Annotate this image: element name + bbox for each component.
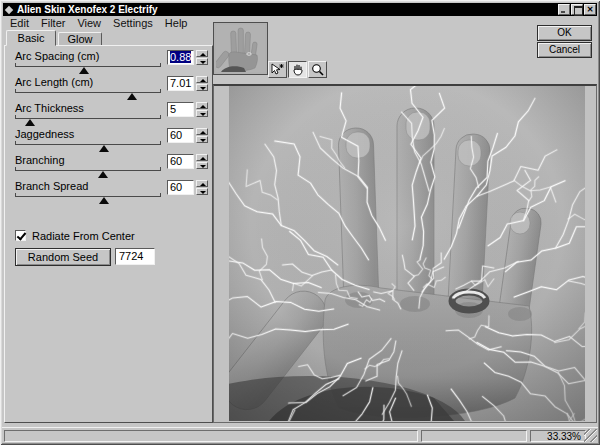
spinner-arc-length[interactable] xyxy=(196,76,208,91)
radiate-label: Radiate From Center xyxy=(32,230,135,242)
random-seed-button[interactable]: Random Seed xyxy=(15,248,111,266)
menu-bar: Edit Filter View Settings Help xyxy=(4,16,596,30)
spinner-up-icon[interactable] xyxy=(196,50,208,57)
menu-edit[interactable]: Edit xyxy=(4,17,35,29)
menu-help[interactable]: Help xyxy=(159,17,194,29)
slider-label: Arc Thickness xyxy=(15,102,84,114)
spinner-down-icon[interactable] xyxy=(196,110,208,117)
spinner-down-icon[interactable] xyxy=(196,188,208,195)
preview-canvas[interactable] xyxy=(213,84,597,423)
status-pane-left xyxy=(4,430,418,442)
slider-label: Arc Spacing (cm) xyxy=(15,50,99,62)
menu-settings[interactable]: Settings xyxy=(107,17,159,29)
spinner-down-icon[interactable] xyxy=(196,136,208,143)
spinner-branch-spread[interactable] xyxy=(196,180,208,195)
plugin-window: Alien Skin Xenofex 2 Electrify Edit Filt… xyxy=(0,0,600,445)
menu-filter[interactable]: Filter xyxy=(35,17,71,29)
hand-icon xyxy=(290,63,305,76)
value-input-branch-spread[interactable]: 60 xyxy=(167,180,194,195)
slider-track[interactable] xyxy=(15,140,161,152)
spinner-arc-spacing[interactable] xyxy=(196,50,208,65)
slider-label: Branching xyxy=(15,154,65,166)
app-icon xyxy=(5,6,13,14)
seed-value-input[interactable]: 7724 xyxy=(115,248,155,265)
spinner-up-icon[interactable] xyxy=(196,76,208,83)
slider-thumb[interactable] xyxy=(99,197,109,204)
slider-track[interactable] xyxy=(15,166,161,178)
spinner-up-icon[interactable] xyxy=(196,128,208,135)
value-input-branching[interactable]: 60 xyxy=(167,154,194,169)
minimize-button[interactable] xyxy=(558,4,570,15)
slider-track[interactable] xyxy=(15,62,161,74)
menu-view[interactable]: View xyxy=(71,17,107,29)
slider-label: Jaggedness xyxy=(15,128,74,140)
value-input-arc-thickness[interactable]: 5 xyxy=(167,102,194,117)
spinner-jaggedness[interactable] xyxy=(196,128,208,143)
status-bar: 33.33% xyxy=(2,427,598,443)
spinner-down-icon[interactable] xyxy=(196,58,208,65)
preview-toolbar xyxy=(268,61,327,78)
cancel-button[interactable]: Cancel xyxy=(537,42,592,58)
magnifier-icon xyxy=(310,63,325,76)
close-button[interactable] xyxy=(584,4,596,15)
hand-lightning-image xyxy=(229,86,585,421)
slider-thumb[interactable] xyxy=(79,67,89,74)
preview-pointer-tool[interactable] xyxy=(268,61,287,78)
radiate-checkbox[interactable] xyxy=(15,230,26,241)
slider-label: Arc Length (cm) xyxy=(15,76,93,88)
pan-tool[interactable] xyxy=(288,61,307,78)
slider-thumb[interactable] xyxy=(127,93,137,100)
slider-track[interactable] xyxy=(15,114,161,126)
spinner-up-icon[interactable] xyxy=(196,180,208,187)
preview-thumbnail[interactable] xyxy=(213,22,268,75)
thumbnail-hand-image xyxy=(216,25,265,72)
maximize-button[interactable] xyxy=(571,4,583,15)
value-input-arc-spacing[interactable]: 0.88 xyxy=(167,50,194,65)
title-bar[interactable]: Alien Skin Xenofex 2 Electrify xyxy=(3,3,597,16)
spinner-down-icon[interactable] xyxy=(196,84,208,91)
spinner-up-icon[interactable] xyxy=(196,154,208,161)
basic-settings-panel: Arc Spacing (cm) Arc Length (cm) Arc Thi… xyxy=(4,45,213,423)
preview-image xyxy=(229,86,585,421)
slider-track[interactable] xyxy=(15,192,161,204)
window-title: Alien Skin Xenofex 2 Electrify xyxy=(17,4,158,15)
spinner-down-icon[interactable] xyxy=(196,162,208,169)
value-input-arc-length[interactable]: 7.01 xyxy=(167,76,194,91)
zoom-level-indicator: 33.33% xyxy=(530,430,586,442)
slider-thumb[interactable] xyxy=(98,171,108,178)
ok-button[interactable]: OK xyxy=(537,25,592,41)
slider-track[interactable] xyxy=(15,88,161,100)
pointer-sparkle-icon xyxy=(270,63,285,76)
slider-thumb[interactable] xyxy=(25,119,35,126)
tab-glow[interactable]: Glow xyxy=(58,32,102,46)
spinner-branching[interactable] xyxy=(196,154,208,169)
value-input-jaggedness[interactable]: 60 xyxy=(167,128,194,143)
status-pane-middle xyxy=(421,430,527,442)
tab-basic[interactable]: Basic xyxy=(6,30,56,46)
slider-thumb[interactable] xyxy=(99,145,109,152)
slider-label: Branch Spread xyxy=(15,180,88,192)
zoom-tool[interactable] xyxy=(308,61,327,78)
spinner-arc-thickness[interactable] xyxy=(196,102,208,117)
resize-grip[interactable] xyxy=(584,429,597,442)
spinner-up-icon[interactable] xyxy=(196,102,208,109)
